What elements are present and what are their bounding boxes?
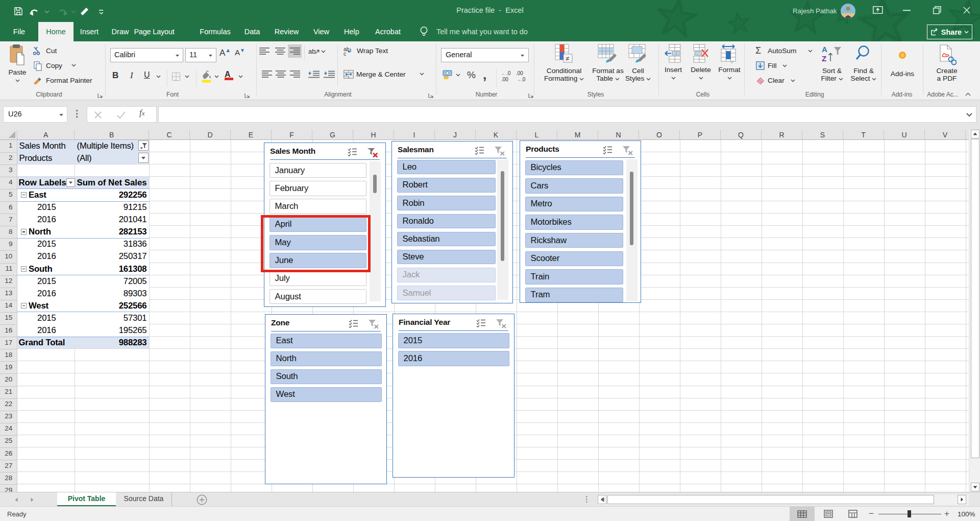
svg-text:Z: Z — [822, 54, 826, 63]
svg-text:A: A — [822, 45, 827, 54]
svg-text:c: c — [344, 51, 346, 56]
svg-text:ab: ab — [308, 48, 315, 55]
svg-text:≠: ≠ — [566, 55, 569, 62]
